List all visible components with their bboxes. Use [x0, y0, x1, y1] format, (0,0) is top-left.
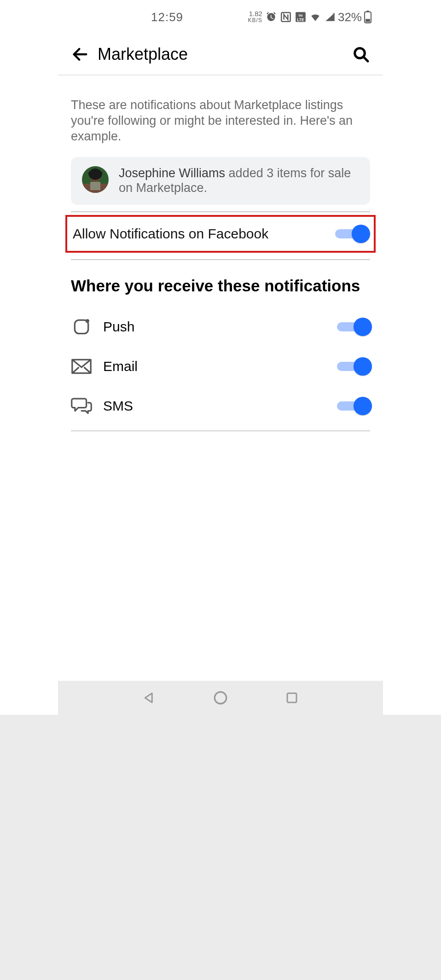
example-notification-card: Josephine Williams added 3 items for sal… [71, 157, 370, 205]
allow-notifications-row[interactable]: Allow Notifications on Facebook [73, 225, 368, 243]
push-icon [71, 316, 92, 337]
svg-text:LTE: LTE [297, 17, 304, 22]
allow-notifications-highlight: Allow Notifications on Facebook [65, 215, 376, 253]
svg-rect-12 [90, 182, 100, 190]
allow-notifications-toggle[interactable] [335, 225, 368, 243]
status-net-speed: 1.82 KB/S [248, 10, 262, 24]
channel-row-push[interactable]: Push [58, 307, 383, 347]
svg-rect-7 [366, 19, 370, 22]
channel-row-email[interactable]: Email [58, 347, 383, 386]
wifi-icon [309, 11, 321, 23]
channel-sms-label: SMS [103, 398, 133, 414]
nfc-icon [280, 11, 292, 23]
android-status-bar: 12:59 1.82 KB/S VoLTE x 32% [58, 0, 383, 34]
nav-back-button[interactable] [138, 687, 160, 709]
back-button[interactable] [69, 43, 91, 65]
channel-push-label: Push [103, 319, 134, 335]
channel-email-label: Email [103, 359, 138, 374]
android-navigation-bar [58, 681, 383, 715]
svg-text:x: x [332, 12, 335, 16]
battery-icon [364, 11, 372, 23]
avatar [82, 166, 109, 193]
status-time: 12:59 [151, 10, 183, 24]
svg-point-14 [86, 319, 89, 323]
section-heading: Where you receive these notifications [71, 277, 370, 295]
allow-notifications-label: Allow Notifications on Facebook [73, 226, 268, 242]
status-battery-percent: 32% [338, 10, 362, 24]
email-icon [71, 356, 92, 377]
page-title: Marketplace [98, 45, 188, 64]
cellular-signal-icon: x [324, 11, 336, 23]
app-header: Marketplace [58, 34, 383, 75]
channel-email-toggle[interactable] [337, 358, 370, 375]
example-notification-text: Josephine Williams added 3 items for sal… [119, 166, 359, 196]
svg-text:Vo: Vo [298, 13, 302, 17]
alarm-icon [265, 11, 277, 23]
channel-sms-toggle[interactable] [337, 397, 370, 415]
volte-icon: VoLTE [295, 11, 307, 23]
channel-row-sms[interactable]: SMS [58, 386, 383, 426]
svg-rect-17 [287, 693, 296, 702]
svg-point-16 [215, 692, 226, 704]
channel-push-toggle[interactable] [337, 318, 370, 336]
intro-text: These are notifications about Marketplac… [58, 75, 383, 157]
example-user-name: Josephine Williams [119, 166, 225, 180]
search-button[interactable] [350, 43, 372, 65]
nav-recents-button[interactable] [281, 687, 303, 709]
sms-icon [71, 395, 92, 417]
nav-home-button[interactable] [209, 687, 232, 709]
svg-rect-6 [366, 11, 369, 12]
